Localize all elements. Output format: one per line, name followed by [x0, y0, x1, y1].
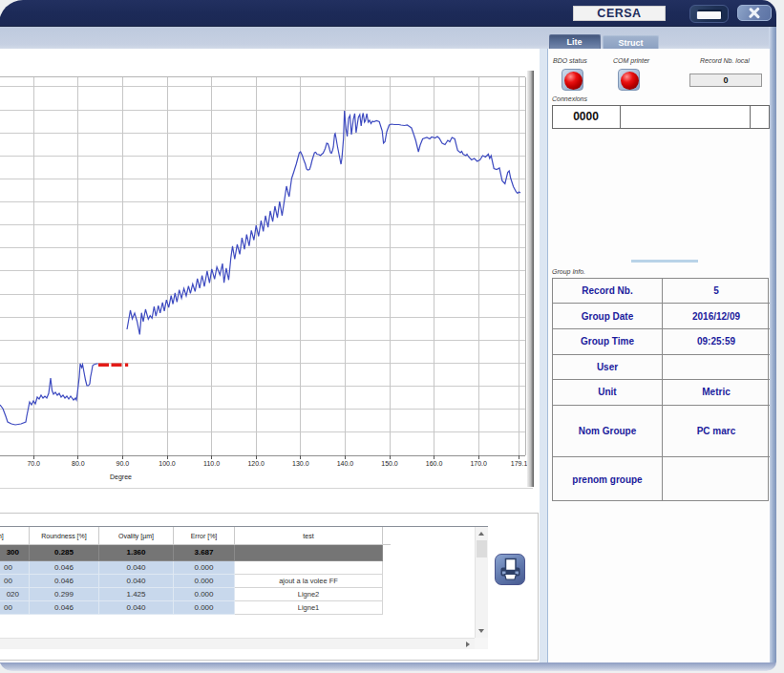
svg-text:140.0: 140.0 [337, 460, 354, 467]
svg-text:100.0: 100.0 [159, 460, 176, 467]
svg-text:179.1: 179.1 [511, 460, 528, 467]
svg-text:160.0: 160.0 [426, 460, 443, 467]
svg-text:110.0: 110.0 [203, 460, 220, 467]
svg-text:120.0: 120.0 [247, 460, 265, 467]
svg-text:150.0: 150.0 [381, 460, 398, 467]
svg-text:70.0: 70.0 [27, 460, 40, 467]
svg-text:130.0: 130.0 [292, 460, 309, 467]
svg-text:90.0: 90.0 [117, 460, 130, 467]
svg-text:170.0: 170.0 [470, 460, 487, 467]
svg-text:80.0: 80.0 [72, 460, 85, 467]
svg-text:Degree: Degree [110, 473, 132, 481]
